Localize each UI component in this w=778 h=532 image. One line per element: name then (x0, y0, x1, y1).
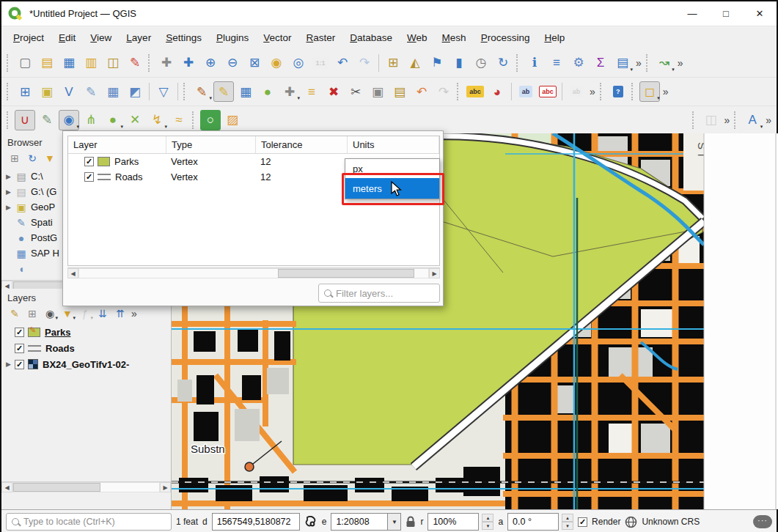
chevron-down-icon[interactable]: ▾ (630, 67, 633, 73)
self-snapping[interactable]: ↯▾ (147, 110, 167, 130)
chevron-down-icon[interactable]: ▾ (76, 124, 79, 130)
new-3d-map-view[interactable]: ◭ (405, 53, 425, 73)
layer-visibility-checkbox[interactable]: ✓ (15, 328, 24, 337)
column-header-layer[interactable]: Layer (68, 136, 166, 153)
messages-button[interactable]: ··· (753, 515, 772, 528)
open-attribute-table[interactable]: ▤▾ (612, 53, 633, 73)
open-project[interactable]: ▤ (37, 53, 57, 73)
expand-all[interactable]: ⇊ (95, 306, 111, 322)
column-header-tolerance[interactable]: Tolerance (256, 136, 348, 153)
layer-item-bx24-geotifv1-02-[interactable]: ▶✓BX24_GeoTifv1-02- (1, 356, 171, 372)
vertex-tool[interactable]: ✚▾ (279, 81, 300, 102)
snap-type-value[interactable]: Vertex (166, 169, 256, 185)
identify-features[interactable]: ℹ (524, 53, 545, 73)
zoom-full[interactable]: ⊠ (244, 53, 265, 73)
menu-edit[interactable]: Edit (51, 29, 83, 47)
filter-by-expression[interactable]: ƒ▾ (77, 306, 93, 322)
chevron-down-icon[interactable]: ▾ (672, 67, 675, 73)
toolbar-overflow-6[interactable]: » (763, 114, 774, 126)
toolbar-overflow-2[interactable]: » (675, 57, 686, 69)
paste-features[interactable]: ▤ (389, 81, 410, 102)
data-source-manager[interactable]: ⊞ (15, 81, 35, 102)
new-project[interactable]: ▢ (15, 53, 35, 73)
help-contents[interactable]: ? (608, 81, 628, 102)
chevron-down-icon[interactable]: ▾ (55, 315, 58, 321)
new-shapefile-layer[interactable]: V (59, 81, 79, 102)
pan-map-to-selection[interactable]: ✚ (178, 53, 199, 73)
toolbar-overflow-5[interactable]: » (722, 114, 732, 126)
column-header-units[interactable]: Units (348, 136, 439, 153)
refresh-map[interactable]: ↻ (493, 53, 513, 73)
topological-editing[interactable]: ⋔ (81, 110, 101, 130)
browser-add-selected-layers[interactable]: ⊞ (7, 150, 23, 166)
scroll-left-icon[interactable]: ◀ (67, 268, 78, 278)
tolerance-value[interactable]: 12 (256, 154, 348, 169)
menu-web[interactable]: Web (400, 29, 435, 47)
zoom-out[interactable]: ⊖ (222, 53, 243, 73)
style-manager[interactable]: ✎ (125, 53, 145, 73)
new-print-layout[interactable]: ▥ (81, 53, 101, 73)
crs-globe-icon[interactable] (625, 516, 637, 528)
toolbar-overflow-3[interactable]: » (587, 86, 598, 97)
select-features[interactable]: ◻▾ (639, 81, 660, 102)
close-button[interactable]: ✕ (743, 1, 777, 26)
tolerance-value[interactable]: 12 (256, 169, 348, 185)
maximize-button[interactable]: □ (709, 1, 743, 26)
pin-unpin-labels[interactable]: ab (515, 81, 536, 102)
snapping-enabled-checkbox[interactable]: ✓ (84, 157, 94, 166)
browser-refresh[interactable]: ↻ (24, 150, 40, 166)
chevron-down-icon[interactable]: ▾ (297, 95, 300, 101)
spin-up-icon[interactable]: ▲ (562, 514, 573, 522)
scroll-left-icon[interactable]: ◀ (1, 482, 12, 492)
snap-type-value[interactable]: Vertex (166, 154, 256, 169)
layer-diagram-options[interactable]: ◕ (487, 81, 507, 102)
new-spatial-bookmark[interactable]: ⚑ (427, 53, 447, 73)
magnifier-value[interactable]: 100% (427, 513, 479, 531)
show-spatial-bookmarks[interactable]: ▮ (449, 53, 469, 73)
chevron-down-icon[interactable]: ▾ (73, 315, 76, 321)
column-header-type[interactable]: Type (166, 136, 256, 153)
zoom-in[interactable]: ⊕ (200, 53, 221, 73)
scale-value[interactable]: 1:20808 (331, 513, 388, 531)
extents-toggle-icon[interactable] (304, 516, 318, 528)
crs-status[interactable]: Unknown CRS (642, 517, 700, 527)
chevron-down-icon[interactable]: ▾ (164, 124, 167, 130)
toolbar-overflow-4[interactable]: » (661, 86, 671, 97)
pan-map[interactable]: ✚ (156, 53, 177, 73)
quickmap-services[interactable]: ▨ (222, 110, 243, 130)
layer-visibility-checkbox[interactable]: ✓ (15, 344, 24, 353)
modify-attributes-selected[interactable]: ≡ (301, 81, 322, 102)
delete-selected[interactable]: ✖ (323, 81, 344, 102)
annotation-toolbar[interactable]: A▾ (742, 110, 763, 130)
expand-arrow-icon[interactable]: ▶ (6, 173, 15, 180)
menu-help[interactable]: Help (537, 29, 572, 47)
processing-toolbox[interactable]: ⚙ (568, 53, 589, 73)
toggle-editing[interactable]: ✎ (213, 81, 234, 102)
new-virtual-layer[interactable]: ◩ (125, 81, 145, 102)
layer-visibility-checkbox[interactable]: ✓ (15, 360, 24, 369)
spin-down-icon[interactable]: ▼ (482, 522, 493, 530)
chevron-down-icon[interactable]: ▾ (657, 95, 660, 101)
temporal-controller[interactable]: ◷ (471, 53, 491, 73)
nominatim-search[interactable]: ○ (200, 110, 221, 130)
browser-filter[interactable]: ▼ (42, 150, 58, 166)
filter-legend[interactable]: ▼▾ (59, 306, 76, 322)
statistical-summary[interactable]: Σ (590, 53, 611, 73)
menu-processing[interactable]: Processing (474, 29, 537, 47)
save-project[interactable]: ▦ (59, 53, 79, 73)
locate-input[interactable] (23, 517, 159, 527)
menu-settings[interactable]: Settings (158, 29, 209, 47)
chevron-down-icon[interactable]: ▼ (388, 513, 401, 531)
chevron-down-icon[interactable]: ▾ (209, 95, 212, 101)
units-option-px[interactable]: px (345, 159, 439, 178)
vertex-editor[interactable]: ✎ (37, 110, 57, 130)
new-geopackage-layer[interactable]: ▣ (37, 81, 57, 102)
zoom-last[interactable]: ↶ (332, 53, 353, 73)
new-temporary-scratch-layer[interactable]: ✎ (81, 81, 101, 102)
highlight-pinned-labels[interactable]: abc (537, 81, 558, 102)
cut-features[interactable]: ✂ (345, 81, 366, 102)
snapping-enabled-checkbox[interactable]: ✓ (84, 172, 94, 182)
menu-raster[interactable]: Raster (299, 29, 343, 47)
scroll-right-icon[interactable]: ▶ (429, 268, 440, 278)
layer-item-parks[interactable]: ✓✎Parks (1, 324, 171, 340)
